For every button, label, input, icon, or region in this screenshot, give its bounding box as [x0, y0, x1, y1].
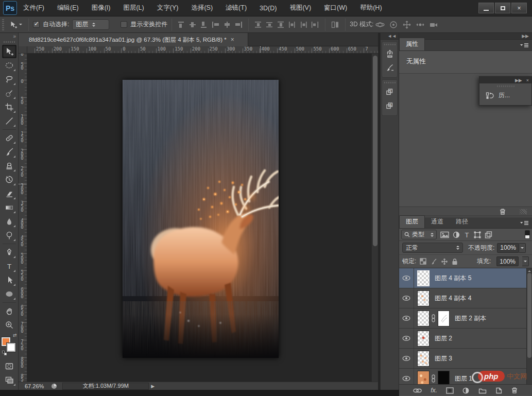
gradient-tool[interactable]	[2, 201, 16, 214]
type-tool[interactable]: T	[2, 260, 16, 273]
history-panel-label[interactable]: 历...	[499, 91, 510, 100]
panel-expand-icon[interactable]: ▶▶	[515, 78, 522, 83]
screen-mode-button[interactable]	[2, 373, 16, 387]
menu-edit[interactable]: 编辑(E)	[57, 4, 79, 12]
dock-grip[interactable]	[384, 44, 396, 45]
swap-colors-icon[interactable]: ⇄	[13, 333, 17, 338]
character-styles-icon[interactable]: A	[384, 99, 396, 112]
layer-row[interactable]: 图层 4 副本 5	[399, 268, 532, 288]
move-tool[interactable]	[2, 45, 16, 58]
align-top-icon[interactable]	[178, 21, 186, 28]
filter-pixel-icon[interactable]	[440, 231, 449, 238]
layer-filter-toggle[interactable]	[525, 230, 530, 239]
dist-vcenter-icon[interactable]	[266, 21, 274, 28]
pen-tool[interactable]	[2, 246, 16, 259]
quick-mask-button[interactable]	[2, 359, 16, 373]
status-arrow-icon[interactable]: ▶	[151, 384, 155, 389]
layer-row[interactable]: 图层 3	[399, 349, 532, 369]
visibility-toggle[interactable]	[399, 268, 414, 288]
fill-dropdown-button[interactable]	[522, 256, 529, 266]
dist-top-icon[interactable]	[254, 21, 263, 28]
minimize-button[interactable]	[478, 3, 494, 13]
options-grip[interactable]	[2, 19, 4, 30]
layer-thumbnail[interactable]	[417, 371, 430, 385]
history-icon[interactable]	[486, 92, 495, 100]
canvas-image[interactable]	[123, 80, 279, 358]
align-bottom-icon[interactable]	[200, 21, 209, 28]
filter-type-dropdown[interactable]: 类型	[401, 230, 437, 239]
3d-camera-icon[interactable]	[429, 21, 438, 29]
zoom-level-field[interactable]: 67.26%	[25, 383, 44, 389]
scrollbar-thumb[interactable]	[373, 56, 377, 246]
layer-mask-thumbnail[interactable]	[438, 371, 450, 385]
background-swatch[interactable]	[7, 343, 15, 352]
layer-row[interactable]: 图层 2 副本	[399, 308, 532, 329]
filter-type-icon[interactable]: T	[464, 231, 470, 238]
filter-shape-icon[interactable]	[474, 231, 481, 238]
history-brush-tool[interactable]	[2, 173, 16, 186]
layer-thumbnail[interactable]	[417, 311, 430, 326]
new-group-icon[interactable]	[478, 387, 487, 394]
hand-tool[interactable]	[2, 304, 16, 318]
link-layers-icon[interactable]	[413, 388, 422, 393]
menu-type[interactable]: 文字(Y)	[157, 4, 179, 12]
tools-grip[interactable]	[4, 41, 15, 43]
canvas-viewport[interactable]	[27, 54, 371, 382]
visibility-toggle[interactable]	[399, 308, 414, 328]
lock-pixels-icon[interactable]	[430, 258, 437, 265]
tab-paths[interactable]: 路径	[450, 216, 474, 228]
paragraph-styles-icon[interactable]: ¶	[384, 85, 396, 98]
tab-layers[interactable]: 图层	[399, 215, 425, 228]
eraser-tool[interactable]	[2, 187, 16, 200]
vertical-scrollbar[interactable]	[371, 54, 378, 382]
menu-window[interactable]: 窗口(W)	[324, 4, 347, 12]
fill-value[interactable]: 100%	[496, 256, 519, 266]
lasso-tool[interactable]	[2, 73, 16, 86]
lock-transparent-icon[interactable]	[420, 258, 426, 265]
delete-icon[interactable]	[499, 208, 506, 215]
horizontal-ruler[interactable]: 2502001501005005010015020025030035040045…	[27, 46, 378, 54]
align-right-icon[interactable]	[234, 21, 243, 28]
brush-panel-icon[interactable]	[384, 47, 396, 60]
layer-style-icon[interactable]: fx.	[431, 387, 437, 394]
align-left-icon[interactable]	[212, 21, 220, 28]
document-tab[interactable]: 8fd8219ce4e627c0f6fc891a347aa01.jpg @ 67…	[19, 33, 248, 46]
tab-close-icon[interactable]: ×	[231, 36, 234, 43]
current-tool-icon[interactable]	[7, 20, 24, 30]
menu-view[interactable]: 视图(V)	[289, 4, 311, 12]
panel-grip[interactable]	[497, 85, 514, 87]
layer-list-scrollbar[interactable]	[526, 268, 532, 384]
vertical-ruler[interactable]: 1 0 05 005 01 0 01 5 02 0 02 5 03 0 03 5…	[19, 54, 27, 382]
lock-all-icon[interactable]	[452, 258, 458, 265]
3d-slide-icon[interactable]	[416, 21, 425, 29]
zoom-tool[interactable]	[2, 318, 16, 332]
filter-smart-icon[interactable]	[485, 231, 492, 238]
crop-tool[interactable]	[2, 100, 16, 114]
scrollbar-thumb[interactable]	[527, 273, 531, 358]
3d-pan-icon[interactable]	[402, 21, 411, 29]
dock-grip[interactable]	[384, 82, 396, 83]
layer-row[interactable]: 图层 2	[399, 329, 532, 349]
status-page-icon[interactable]	[51, 383, 57, 389]
maximize-button[interactable]	[495, 3, 510, 13]
panel-close-icon[interactable]: ×	[526, 78, 529, 83]
ellipse-shape-tool[interactable]	[2, 287, 16, 301]
layer-mask-thumbnail[interactable]	[438, 311, 450, 326]
layer-thumbnail[interactable]	[417, 270, 430, 286]
scroll-up-icon[interactable]	[528, 269, 531, 272]
menu-image[interactable]: 图像(I)	[92, 4, 111, 12]
menu-layer[interactable]: 图层(L)	[123, 4, 144, 12]
visibility-toggle[interactable]	[399, 369, 414, 384]
tool-preset-caret[interactable]	[19, 24, 22, 27]
brush-presets-icon[interactable]	[384, 61, 396, 74]
dist-hcenter-icon[interactable]	[300, 21, 308, 28]
document-info-field[interactable]: 文档:1.03M/7.99M	[62, 383, 149, 390]
layer-thumbnail[interactable]	[417, 351, 430, 367]
layer-name[interactable]: 图层 2	[435, 334, 452, 343]
quick-selection-tool[interactable]	[2, 87, 16, 100]
path-selection-tool[interactable]	[2, 273, 16, 287]
dodge-tool[interactable]	[2, 229, 16, 242]
align-hcenter-icon[interactable]	[223, 21, 231, 28]
show-transform-checkbox[interactable]	[121, 21, 127, 28]
delete-layer-icon[interactable]	[511, 387, 518, 394]
